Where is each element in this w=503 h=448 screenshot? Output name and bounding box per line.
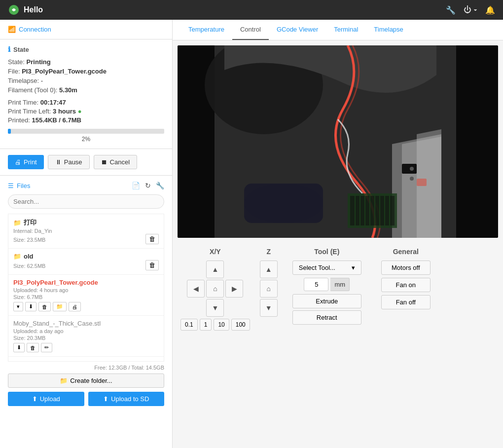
timelapse-label: Timelapse: (8, 77, 39, 84)
tab-terminal[interactable]: Terminal (326, 20, 366, 40)
file-polypearl-download-btn[interactable]: ▾ (13, 302, 23, 311)
svg-rect-7 (244, 184, 323, 223)
mm-input[interactable] (304, 278, 328, 291)
folder-old-delete-button[interactable]: 🗑 (145, 260, 159, 270)
mm-label: mm (330, 278, 350, 291)
motors-off-button[interactable]: Motors off (381, 261, 431, 275)
upload-button[interactable]: ⬆ Upload (8, 392, 84, 406)
retract-button[interactable]: Retract (292, 310, 361, 325)
z-plus-button[interactable]: ▲ (260, 261, 278, 278)
file-polypearl-delete-btn[interactable]: 🗑 (38, 302, 51, 311)
y-minus-button[interactable]: ▼ (206, 299, 224, 317)
files-header: ☰ Files 📄 ↻ 🔧 (8, 182, 164, 189)
xy-step-100[interactable]: 100 (231, 319, 250, 331)
upload-label: Upload (40, 395, 60, 403)
tab-timelapse[interactable]: Timelapse (366, 20, 411, 40)
timelapse-value: - (41, 77, 43, 84)
fan-on-button[interactable]: Fan on (381, 278, 431, 292)
z-control-group: Z ▲ ⌂ ▼ (260, 248, 278, 331)
tab-gcode-viewer[interactable]: GCode Viewer (269, 20, 326, 40)
filament-label: Filament (Tool 0): (8, 86, 57, 94)
printed-label: Printed: (8, 116, 30, 124)
folder-label: 打印 (24, 218, 36, 227)
file-polypearl-print-btn[interactable]: 🖨 (69, 302, 81, 311)
extrude-button[interactable]: Extrude (292, 294, 361, 308)
file-moby-delete-btn[interactable]: 🗑 (27, 343, 39, 352)
select-tool-button[interactable]: Select Tool... ▾ (292, 261, 361, 275)
xy-step-10[interactable]: 10 (214, 319, 229, 331)
file-moby-name[interactable]: Moby_Stand_-_Thick_Case.stl (13, 320, 159, 327)
folder-old-label: old (24, 253, 34, 260)
xy-step-01[interactable]: 0.1 (180, 319, 198, 331)
header-left: Hello (8, 4, 43, 16)
fan-off-button[interactable]: Fan off (381, 295, 431, 309)
content-area: Temperature Control GCode Viewer Termina… (173, 20, 503, 448)
file-moby-uploaded: Uploaded: a day ago (13, 328, 159, 334)
files-title[interactable]: ☰ Files (8, 182, 30, 189)
xy-control-group: X/Y ▲ ◀ ⌂ ▶ ▼ 0.1 1 10 100 (180, 248, 250, 331)
svg-rect-8 (402, 164, 417, 174)
state-section: ℹ State State: Printing File: PI3_PolyPe… (0, 39, 172, 149)
file-polypearl-name[interactable]: PI3_PolyPearl_Tower.gcode (13, 279, 159, 286)
upload-sd-button[interactable]: ⬆ Upload to SD (88, 392, 165, 406)
file-polypearl-size: Size: 6.7MB (13, 294, 159, 300)
z-minus-button[interactable]: ▼ (260, 299, 278, 317)
file-moby-dl-btn[interactable]: ⬇ (13, 343, 25, 352)
cancel-button[interactable]: ⏹ Cancel (94, 155, 137, 169)
create-folder-button[interactable]: 📁 Create folder... (8, 373, 164, 388)
x-minus-button[interactable]: ◀ (187, 280, 205, 298)
file-polypearl-folder-btn[interactable]: 📁 (53, 302, 67, 311)
app-logo (8, 4, 20, 16)
settings-icon[interactable]: 🔧 (156, 182, 164, 189)
wrench-icon[interactable]: 🔧 (446, 5, 456, 15)
general-label: General (393, 248, 419, 256)
header-right: 🔧 ⏻ ▾ 🔔 (446, 5, 495, 15)
files-section: ☰ Files 📄 ↻ 🔧 📁 打印 Internal: Da_ (0, 176, 172, 412)
new-file-icon[interactable]: 📄 (132, 182, 140, 189)
refresh-icon[interactable]: ↻ (145, 182, 151, 189)
power-icon[interactable]: ⏻ ▾ (464, 5, 477, 14)
print-time-left-row: Print Time Left: 3 hours ● (8, 108, 164, 115)
print-time-label: Print Time: (8, 99, 38, 106)
connection-toggle[interactable]: 📶 Connection (8, 26, 164, 33)
camera-view (178, 45, 498, 238)
cancel-label: Cancel (110, 158, 130, 166)
state-title: State (13, 46, 29, 53)
state-row: State: Printing (8, 58, 164, 66)
tab-control[interactable]: Control (232, 20, 269, 40)
tabs: Temperature Control GCode Viewer Termina… (173, 20, 503, 40)
xy-step-1[interactable]: 1 (200, 319, 212, 331)
file-moby-edit-btn[interactable]: ✏ (41, 343, 52, 352)
print-label: Print (24, 158, 37, 166)
folder-delete-button[interactable]: 🗑 (145, 234, 159, 244)
header: Hello 🔧 ⏻ ▾ 🔔 (0, 0, 503, 20)
connection-label: Connection (19, 26, 51, 33)
search-input[interactable] (8, 194, 164, 209)
file-label: File: (8, 68, 20, 75)
folder-old-icon: 📁 (13, 253, 21, 260)
folder-old-meta-row: Size: 62.5MB 🗑 (13, 260, 159, 270)
home-z-button[interactable]: ⌂ (260, 280, 278, 298)
x-plus-button[interactable]: ▶ (225, 280, 243, 298)
info-icon: ℹ (8, 45, 10, 53)
file-list: 📁 打印 Internal: Da_Yin Size: 23.5MB 🗑 📁 o… (8, 214, 164, 362)
pause-label: Pause (64, 158, 82, 166)
svg-rect-3 (456, 45, 498, 238)
print-button[interactable]: 🖨 Print (8, 155, 44, 169)
time-dot: ● (78, 108, 82, 115)
files-label: Files (17, 182, 30, 189)
print-time-row: Print Time: 00:17:47 (8, 99, 164, 106)
print-time-left-label: Print Time Left: (8, 108, 51, 115)
file-polypearl-dl-btn[interactable]: ⬇ (25, 302, 36, 311)
bell-icon[interactable]: 🔔 (485, 5, 495, 15)
y-plus-button[interactable]: ▲ (206, 261, 224, 278)
upload-sd-label: Upload to SD (111, 395, 149, 403)
create-folder-label: Create folder... (70, 377, 112, 384)
print-times: Print Time: 00:17:47 Print Time Left: 3 … (8, 99, 164, 124)
file-moby-actions: ⬇ 🗑 ✏ (13, 343, 159, 352)
pause-button[interactable]: ⏸ Pause (48, 155, 90, 169)
file-polypearl-item: PI3_PolyPearl_Tower.gcode Uploaded: 4 ho… (8, 275, 164, 316)
home-xy-button[interactable]: ⌂ (206, 280, 224, 298)
tab-temperature[interactable]: Temperature (180, 20, 232, 40)
print-time-left-value: 3 hours (53, 108, 76, 115)
